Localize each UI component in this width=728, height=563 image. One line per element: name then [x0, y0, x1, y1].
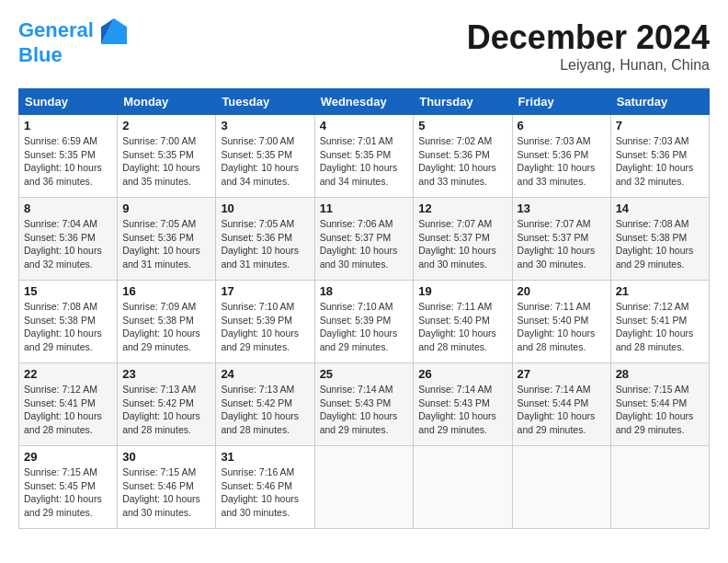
day-cell: 6Sunrise: 7:03 AM Sunset: 5:36 PM Daylig…: [512, 115, 610, 198]
day-cell: 8Sunrise: 7:04 AM Sunset: 5:36 PM Daylig…: [19, 198, 118, 281]
logo-blue: Blue: [18, 43, 63, 66]
day-number: 13: [518, 201, 606, 215]
day-number: 24: [221, 367, 309, 381]
day-number: 31: [221, 450, 309, 464]
col-header-tuesday: Tuesday: [216, 89, 314, 115]
col-header-wednesday: Wednesday: [314, 89, 414, 115]
day-info: Sunrise: 7:07 AM Sunset: 5:37 PM Dayligh…: [518, 217, 606, 271]
day-cell: 23Sunrise: 7:13 AM Sunset: 5:42 PM Dayli…: [118, 363, 216, 446]
title-block: December 2024 Leiyang, Hunan, China: [467, 18, 710, 74]
day-cell: 9Sunrise: 7:05 AM Sunset: 5:36 PM Daylig…: [118, 198, 216, 281]
day-cell: [314, 446, 414, 529]
day-info: Sunrise: 7:10 AM Sunset: 5:39 PM Dayligh…: [320, 300, 409, 354]
day-cell: [414, 446, 512, 529]
day-number: 22: [24, 367, 112, 381]
day-cell: 1Sunrise: 6:59 AM Sunset: 5:35 PM Daylig…: [19, 115, 118, 198]
day-cell: 25Sunrise: 7:14 AM Sunset: 5:43 PM Dayli…: [314, 363, 414, 446]
day-number: 2: [122, 119, 210, 132]
day-number: 6: [518, 119, 606, 132]
day-cell: [512, 446, 610, 529]
day-info: Sunrise: 7:05 AM Sunset: 5:36 PM Dayligh…: [221, 217, 309, 271]
day-cell: [610, 446, 709, 529]
day-info: Sunrise: 7:03 AM Sunset: 5:36 PM Dayligh…: [616, 134, 704, 189]
day-info: Sunrise: 7:15 AM Sunset: 5:44 PM Dayligh…: [616, 383, 704, 437]
day-info: Sunrise: 7:03 AM Sunset: 5:36 PM Dayligh…: [518, 134, 606, 189]
logo-icon: [101, 18, 127, 44]
day-cell: 5Sunrise: 7:02 AM Sunset: 5:36 PM Daylig…: [414, 115, 512, 198]
day-cell: 10Sunrise: 7:05 AM Sunset: 5:36 PM Dayli…: [216, 198, 314, 281]
logo: General Blue: [18, 18, 127, 66]
day-info: Sunrise: 7:06 AM Sunset: 5:37 PM Dayligh…: [320, 217, 409, 271]
week-row-1: 1Sunrise: 6:59 AM Sunset: 5:35 PM Daylig…: [19, 115, 710, 198]
day-number: 30: [122, 450, 210, 464]
day-info: Sunrise: 7:00 AM Sunset: 5:35 PM Dayligh…: [221, 134, 309, 189]
day-info: Sunrise: 7:10 AM Sunset: 5:39 PM Dayligh…: [221, 300, 309, 354]
week-row-2: 8Sunrise: 7:04 AM Sunset: 5:36 PM Daylig…: [19, 198, 710, 281]
day-info: Sunrise: 7:11 AM Sunset: 5:40 PM Dayligh…: [418, 300, 506, 354]
day-number: 10: [221, 201, 309, 215]
day-info: Sunrise: 7:08 AM Sunset: 5:38 PM Dayligh…: [24, 300, 112, 354]
day-info: Sunrise: 7:16 AM Sunset: 5:46 PM Dayligh…: [221, 465, 309, 520]
day-info: Sunrise: 7:04 AM Sunset: 5:36 PM Dayligh…: [24, 217, 112, 271]
col-header-thursday: Thursday: [414, 89, 512, 115]
day-number: 3: [221, 119, 309, 132]
day-cell: 30Sunrise: 7:15 AM Sunset: 5:46 PM Dayli…: [118, 446, 216, 529]
day-info: Sunrise: 7:00 AM Sunset: 5:35 PM Dayligh…: [122, 134, 210, 189]
col-header-monday: Monday: [118, 89, 216, 115]
day-info: Sunrise: 7:13 AM Sunset: 5:42 PM Dayligh…: [122, 383, 210, 437]
day-number: 25: [320, 367, 409, 381]
day-cell: 11Sunrise: 7:06 AM Sunset: 5:37 PM Dayli…: [314, 198, 414, 281]
day-info: Sunrise: 6:59 AM Sunset: 5:35 PM Dayligh…: [24, 134, 112, 189]
calendar-table: SundayMondayTuesdayWednesdayThursdayFrid…: [18, 88, 710, 529]
day-cell: 27Sunrise: 7:14 AM Sunset: 5:44 PM Dayli…: [512, 363, 610, 446]
col-header-saturday: Saturday: [610, 89, 709, 115]
day-cell: 22Sunrise: 7:12 AM Sunset: 5:41 PM Dayli…: [19, 363, 118, 446]
day-number: 27: [518, 367, 606, 381]
day-info: Sunrise: 7:05 AM Sunset: 5:36 PM Dayligh…: [122, 217, 210, 271]
day-number: 29: [24, 450, 112, 464]
day-cell: 20Sunrise: 7:11 AM Sunset: 5:40 PM Dayli…: [512, 281, 610, 363]
day-cell: 16Sunrise: 7:09 AM Sunset: 5:38 PM Dayli…: [118, 281, 216, 363]
day-info: Sunrise: 7:14 AM Sunset: 5:43 PM Dayligh…: [320, 383, 409, 437]
day-number: 16: [122, 284, 210, 298]
day-cell: 19Sunrise: 7:11 AM Sunset: 5:40 PM Dayli…: [414, 281, 512, 363]
day-info: Sunrise: 7:15 AM Sunset: 5:46 PM Dayligh…: [122, 465, 210, 520]
day-cell: 15Sunrise: 7:08 AM Sunset: 5:38 PM Dayli…: [19, 281, 118, 363]
day-number: 5: [418, 119, 506, 132]
logo-general: General: [18, 18, 94, 41]
day-number: 21: [616, 284, 704, 298]
calendar-header-row: SundayMondayTuesdayWednesdayThursdayFrid…: [19, 89, 710, 115]
day-number: 4: [320, 119, 409, 132]
day-number: 1: [24, 119, 112, 132]
week-row-5: 29Sunrise: 7:15 AM Sunset: 5:45 PM Dayli…: [19, 446, 710, 529]
day-cell: 3Sunrise: 7:00 AM Sunset: 5:35 PM Daylig…: [216, 115, 314, 198]
day-info: Sunrise: 7:12 AM Sunset: 5:41 PM Dayligh…: [616, 300, 704, 354]
day-cell: 24Sunrise: 7:13 AM Sunset: 5:42 PM Dayli…: [216, 363, 314, 446]
month-title: December 2024: [467, 18, 710, 57]
day-cell: 17Sunrise: 7:10 AM Sunset: 5:39 PM Dayli…: [216, 281, 314, 363]
day-info: Sunrise: 7:09 AM Sunset: 5:38 PM Dayligh…: [122, 300, 210, 354]
day-cell: 31Sunrise: 7:16 AM Sunset: 5:46 PM Dayli…: [216, 446, 314, 529]
day-number: 8: [24, 201, 112, 215]
day-number: 26: [418, 367, 506, 381]
day-number: 28: [616, 367, 704, 381]
day-cell: 7Sunrise: 7:03 AM Sunset: 5:36 PM Daylig…: [610, 115, 709, 198]
page-header: General Blue December 2024 Leiyang, Huna…: [18, 18, 710, 74]
day-cell: 4Sunrise: 7:01 AM Sunset: 5:35 PM Daylig…: [314, 115, 414, 198]
col-header-friday: Friday: [512, 89, 610, 115]
day-info: Sunrise: 7:15 AM Sunset: 5:45 PM Dayligh…: [24, 465, 112, 520]
day-cell: 29Sunrise: 7:15 AM Sunset: 5:45 PM Dayli…: [19, 446, 118, 529]
day-cell: 18Sunrise: 7:10 AM Sunset: 5:39 PM Dayli…: [314, 281, 414, 363]
day-cell: 14Sunrise: 7:08 AM Sunset: 5:38 PM Dayli…: [610, 198, 709, 281]
day-cell: 12Sunrise: 7:07 AM Sunset: 5:37 PM Dayli…: [414, 198, 512, 281]
day-cell: 28Sunrise: 7:15 AM Sunset: 5:44 PM Dayli…: [610, 363, 709, 446]
day-number: 9: [122, 201, 210, 215]
day-info: Sunrise: 7:13 AM Sunset: 5:42 PM Dayligh…: [221, 383, 309, 437]
day-cell: 2Sunrise: 7:00 AM Sunset: 5:35 PM Daylig…: [118, 115, 216, 198]
day-number: 14: [616, 201, 704, 215]
day-info: Sunrise: 7:14 AM Sunset: 5:43 PM Dayligh…: [418, 383, 506, 437]
day-info: Sunrise: 7:01 AM Sunset: 5:35 PM Dayligh…: [320, 134, 409, 189]
day-cell: 13Sunrise: 7:07 AM Sunset: 5:37 PM Dayli…: [512, 198, 610, 281]
day-number: 23: [122, 367, 210, 381]
col-header-sunday: Sunday: [19, 89, 118, 115]
